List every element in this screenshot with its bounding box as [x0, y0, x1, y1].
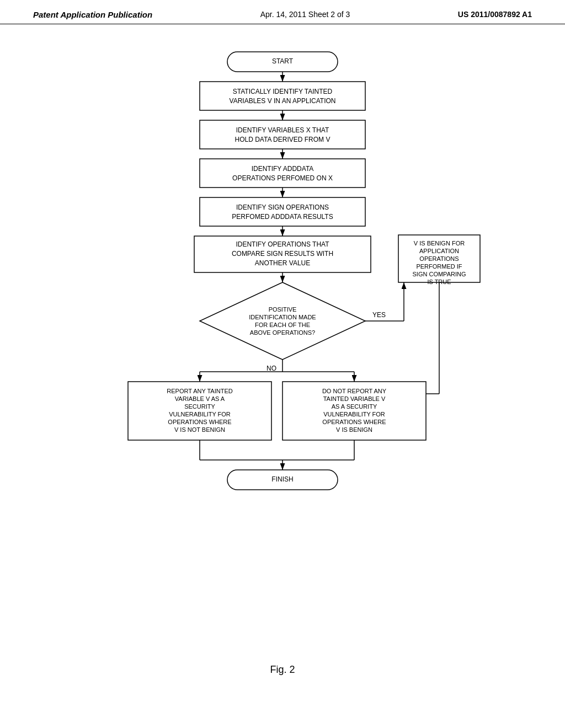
sheet-info: Apr. 14, 2011 Sheet 2 of 3 — [260, 10, 350, 19]
step1-line1: STATICALLY IDENTIFY TAINTED — [233, 88, 333, 95]
step2-line2: HOLD DATA DERIVED FROM V — [235, 136, 331, 143]
patent-number: US 2011/0087892 A1 — [458, 10, 532, 19]
finish-label: FINISH — [271, 475, 293, 483]
diagram-area: .box-rect { fill: #fff; stroke: #000; st… — [0, 24, 565, 698]
yes-box-line5: SIGN COMPARING — [413, 271, 466, 277]
right-box-line3: AS A SECURITY — [332, 403, 377, 410]
left-box-line4: VULNERABILITY FOR — [169, 411, 231, 417]
svg-rect-9 — [200, 197, 365, 226]
svg-rect-7 — [200, 159, 365, 188]
svg-rect-3 — [200, 82, 365, 110]
left-box-line1: REPORT ANY TAINTED — [167, 388, 232, 394]
svg-rect-5 — [200, 120, 365, 149]
step4-line1: IDENTIFY SIGN OPERATIONS — [236, 204, 329, 211]
yes-box-line2: APPLICATION — [419, 248, 459, 254]
decision-line1: POSITIVE — [269, 306, 297, 313]
publication-label: Patent Application Publication — [33, 10, 152, 19]
left-box-line3: SECURITY — [184, 403, 215, 410]
step1-line2: VARIABLES V IN AN APPLICATION — [230, 97, 336, 105]
no-label: NO — [266, 365, 276, 372]
step3-line1: IDENTIFY ADDDATA — [252, 165, 314, 173]
decision-line2: IDENTIFICATION MADE — [249, 314, 316, 320]
decision-line3: FOR EACH OF THE — [255, 322, 310, 328]
step5-line3: ANOTHER VALUE — [255, 259, 310, 267]
start-label: START — [272, 57, 294, 65]
decision-line4: ABOVE OPERATIONS? — [250, 329, 315, 336]
step5-line2: COMPARE SIGN RESULTS WITH — [232, 250, 333, 258]
right-box-line2: TAINTED VARIABLE V — [323, 395, 386, 402]
yes-box-line1: V IS BENIGN FOR — [414, 240, 465, 247]
yes-label: YES — [372, 311, 386, 319]
page-header: Patent Application Publication Apr. 14, … — [0, 0, 565, 24]
step3-line2: OPERATIONS PERFOMED ON X — [232, 174, 333, 182]
left-box-line6: V IS NOT BENIGN — [174, 426, 225, 433]
step4-line2: PERFOMED ADDDATA RESULTS — [232, 213, 333, 221]
step5-line1: IDENTIFY OPERATIONS THAT — [236, 240, 329, 248]
yes-box-line3: OPERATIONS — [419, 255, 459, 262]
right-box-line5: OPERATIONS WHERE — [322, 419, 386, 425]
left-box-line5: OPERATIONS WHERE — [168, 419, 231, 425]
right-box-line1: DO NOT REPORT ANY — [322, 388, 387, 394]
left-box-line2: VARIABLE V AS A — [175, 395, 225, 402]
flowchart-svg: .box-rect { fill: #fff; stroke: #000; st… — [73, 41, 492, 659]
step2-line1: IDENTIFY VARIABLES X THAT — [236, 126, 329, 134]
right-box-line4: VULNERABILITY FOR — [323, 411, 385, 417]
figure-caption: Fig. 2 — [0, 664, 565, 676]
yes-box-line4: PERFORMED IF — [416, 263, 462, 270]
right-box-line6: V IS BENIGN — [336, 426, 372, 433]
